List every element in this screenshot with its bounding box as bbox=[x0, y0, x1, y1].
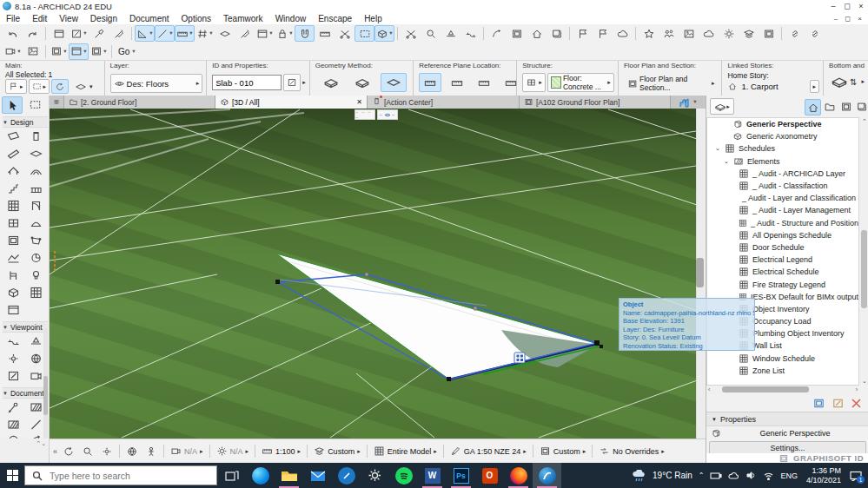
menu-edit[interactable]: Edit bbox=[26, 12, 53, 24]
navigator-vertical-scrollbar[interactable]: ⌃ ⌄ bbox=[860, 117, 868, 386]
edge-midpoint-handle[interactable] bbox=[474, 307, 478, 311]
redo-button[interactable] bbox=[23, 25, 43, 42]
marquee-tool[interactable] bbox=[25, 96, 44, 112]
tree-item-fire-strategy-legend[interactable]: Fire Strategy Legend bbox=[707, 278, 858, 290]
viewport-scrollbar-thumb[interactable] bbox=[696, 258, 704, 287]
scale-selector[interactable]: 1:100▸ bbox=[258, 444, 304, 459]
geometry-polygonal-button[interactable] bbox=[318, 73, 344, 92]
properties-button[interactable] bbox=[283, 74, 301, 91]
tree-item-audit-layer-management[interactable]: _ Audit - Layer Management bbox=[707, 204, 858, 216]
search-input[interactable] bbox=[48, 470, 199, 482]
pen-set-selector[interactable]: GA 1:50 NZE 24▸ bbox=[447, 444, 530, 459]
menu-teamwork[interactable]: Teamwork bbox=[217, 12, 269, 24]
suspend-groups-button[interactable]: ▾ bbox=[275, 25, 295, 42]
geometry-rectangular-button[interactable] bbox=[349, 73, 375, 92]
tree-item-generic-perspective[interactable]: Generic Perspective bbox=[707, 118, 858, 130]
battery-icon[interactable] bbox=[710, 472, 722, 480]
tab-3d-all[interactable]: [3D / All] ✕ bbox=[215, 96, 368, 109]
relative-coords-button[interactable]: ▾ bbox=[255, 25, 275, 42]
structure-type-button[interactable]: ▸ bbox=[522, 73, 546, 92]
library-manager-button[interactable] bbox=[613, 25, 633, 42]
add-to-favorites-button[interactable] bbox=[23, 43, 43, 60]
tree-item-audit-layer-classification-mgmt[interactable]: _ Audit - Layer and Classification Manag… bbox=[707, 192, 858, 204]
visibility-button[interactable]: −− bbox=[377, 109, 398, 120]
tree-item-audit-classification[interactable]: _ Audit - Classifaction bbox=[707, 180, 858, 192]
mail-icon[interactable] bbox=[303, 463, 332, 488]
refplane-top-button[interactable] bbox=[419, 73, 441, 92]
tab-a102-layout[interactable]: [A102 Ground Floor Plan] bbox=[520, 96, 671, 109]
graphic-overrides-selector[interactable]: No Overrides▸ bbox=[595, 444, 668, 459]
resize-button[interactable] bbox=[507, 25, 527, 42]
orbit-button[interactable] bbox=[123, 444, 142, 459]
edge-midpoint-handle[interactable] bbox=[365, 273, 369, 277]
work-environment-button[interactable]: ▾ bbox=[3, 43, 23, 60]
cloud-sync-button[interactable] bbox=[699, 25, 719, 42]
layout-book-button[interactable] bbox=[838, 99, 853, 114]
go-dropdown[interactable]: Go▾ bbox=[115, 43, 137, 60]
new-viewpoint-icon[interactable] bbox=[832, 397, 845, 410]
organizer-button[interactable]: ▾ bbox=[89, 43, 109, 60]
archicad-taskbar-icon[interactable] bbox=[533, 463, 561, 488]
new-window-button[interactable] bbox=[49, 25, 69, 42]
tree-item-elements[interactable]: ⌄Elements bbox=[707, 155, 858, 168]
interior-elevation-tool[interactable] bbox=[3, 351, 23, 366]
onedrive-icon[interactable] bbox=[728, 472, 740, 480]
maximize-button[interactable]: ◻ bbox=[840, 1, 854, 11]
wall-end-tool[interactable] bbox=[3, 302, 23, 318]
collapse-quickbar-icon[interactable]: « bbox=[51, 444, 59, 459]
minimize-button[interactable]: – bbox=[826, 1, 840, 11]
3d-cutaway-button[interactable]: ▾ bbox=[374, 25, 394, 42]
menu-file[interactable]: File bbox=[0, 12, 26, 24]
rotate-mode-button[interactable] bbox=[51, 79, 69, 94]
editing-plane-button[interactable] bbox=[215, 25, 235, 42]
app-blue-circle-icon[interactable] bbox=[332, 463, 361, 488]
menu-window[interactable]: Window bbox=[269, 12, 313, 24]
structure-display-selector[interactable]: Entire Model▸ bbox=[370, 444, 441, 459]
schedule-rows-button[interactable] bbox=[739, 25, 759, 42]
grid-snap-button[interactable]: ▾ bbox=[195, 25, 215, 42]
menu-help[interactable]: Help bbox=[358, 12, 388, 24]
language-indicator[interactable]: ENG bbox=[780, 472, 798, 480]
zone-tool[interactable] bbox=[26, 250, 45, 266]
scroll-up-icon[interactable]: ⌃ bbox=[862, 118, 867, 125]
project-chooser-button[interactable]: ▸ bbox=[710, 98, 734, 115]
opening-tool[interactable] bbox=[3, 233, 23, 248]
tab-close-icon[interactable]: ✕ bbox=[353, 98, 362, 106]
tree-item-audit-structure-position[interactable]: _ Audit - Structure and Position bbox=[707, 217, 858, 229]
floorplan-display-selector[interactable]: Floor Plan and Section... ▸ bbox=[624, 74, 719, 93]
snap-guides-button[interactable]: ▾ bbox=[155, 25, 175, 42]
toolbox-scrollbar[interactable] bbox=[43, 328, 48, 441]
worksheet-tool[interactable] bbox=[3, 368, 23, 384]
model-view-options-selector[interactable]: Custom▸ bbox=[536, 444, 590, 459]
start-button[interactable] bbox=[0, 463, 24, 488]
tab-ground-floor[interactable]: [2. Ground Floor] bbox=[64, 96, 215, 109]
settings-gear-icon[interactable] bbox=[361, 463, 389, 488]
guide-lines-button[interactable]: ▾ bbox=[135, 25, 155, 42]
parameter-transfer-button[interactable]: ▾ bbox=[69, 25, 89, 42]
project-map-button[interactable] bbox=[805, 99, 821, 115]
tab-overview-button[interactable] bbox=[50, 96, 64, 109]
menu-options[interactable]: Options bbox=[176, 12, 217, 24]
3d-document-tool[interactable] bbox=[26, 351, 45, 366]
dimension-tool[interactable] bbox=[3, 399, 23, 415]
close-button[interactable]: × bbox=[854, 1, 868, 11]
hatch-tool[interactable] bbox=[3, 417, 23, 432]
office-icon[interactable]: O bbox=[475, 463, 504, 488]
navigator-horizontal-scrollbar[interactable]: ‹ › bbox=[706, 386, 859, 394]
shell-tool[interactable] bbox=[26, 163, 45, 179]
arrow-tool-button[interactable]: ▸ bbox=[5, 79, 27, 94]
trace-reference-button[interactable]: − − − − bbox=[354, 109, 375, 120]
id-section-arrow[interactable]: ▸ bbox=[302, 79, 306, 86]
fillet-button[interactable] bbox=[487, 25, 507, 42]
tree-item-window-schedule[interactable]: Window Schedule bbox=[707, 353, 858, 365]
marquee-tool-button[interactable]: ▸ bbox=[29, 79, 50, 94]
toolbox-design-header[interactable]: ▼Design bbox=[3, 116, 48, 128]
modify-settings-button[interactable] bbox=[547, 25, 567, 42]
tree-item-door-schedule[interactable]: Door Schedule bbox=[707, 241, 858, 254]
volume-icon[interactable] bbox=[746, 471, 757, 480]
mesh-tool[interactable] bbox=[3, 250, 23, 266]
geometry-rotated-button[interactable] bbox=[381, 73, 407, 92]
section-tool[interactable] bbox=[3, 333, 23, 349]
window-tool[interactable] bbox=[3, 215, 23, 231]
curtain-wall-tool[interactable] bbox=[3, 198, 23, 214]
